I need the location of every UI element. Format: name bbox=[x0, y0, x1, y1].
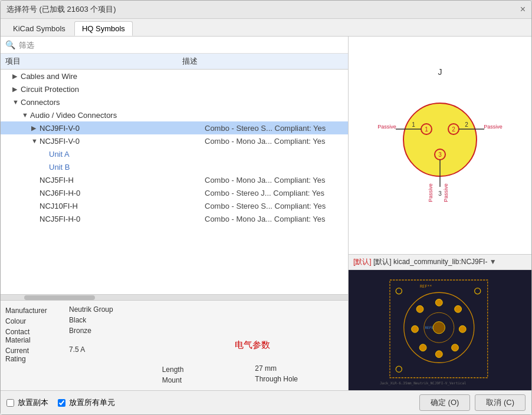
tree-row-unit[interactable]: Unit A bbox=[1, 147, 348, 160]
row-name: Circuit Protection bbox=[21, 85, 186, 94]
checkbox-area: 放置副本 放置所有单元 bbox=[6, 397, 115, 408]
symbol-preview: J 1 2 3 bbox=[349, 37, 531, 255]
row-desc: Combo - Mono Ja... Compliant: Yes bbox=[205, 137, 343, 146]
title-bar: 选择符号 (已加载 21603 个项目) × bbox=[1, 1, 531, 19]
dialog-title: 选择符号 (已加载 21603 个项目) bbox=[6, 4, 116, 15]
expand-icon: ▼ bbox=[12, 98, 21, 106]
prop-current-label: Current Rating bbox=[5, 345, 64, 363]
right-panel: J 1 2 3 bbox=[349, 37, 531, 390]
tree-row[interactable]: ▶ Circuit Protection bbox=[1, 83, 348, 95]
expand-icon: ▼ bbox=[22, 111, 30, 118]
svg-text:1: 1 bbox=[425, 126, 428, 133]
svg-text:2: 2 bbox=[452, 126, 455, 133]
tree-row[interactable]: NCJ5FI-H-0 Combo - Mono Ja... Compliant:… bbox=[1, 212, 348, 225]
tree-row[interactable]: NCJ5FI-H Combo - Mono Ja... Compliant: Y… bbox=[1, 173, 348, 186]
svg-text:Passive: Passive bbox=[484, 124, 503, 130]
content-area: 🔍 项目 描述 ▶ Cables and Wire ▶ Circuit bbox=[1, 37, 531, 390]
tree-row[interactable]: ▼ Audio / Video Connectors bbox=[1, 108, 348, 121]
svg-text:3: 3 bbox=[438, 190, 442, 197]
row-name: NCJ5FI-H bbox=[40, 176, 205, 185]
expand-icon: ▶ bbox=[31, 124, 40, 132]
row-name: Connectors bbox=[21, 98, 186, 107]
svg-text:Passive: Passive bbox=[377, 124, 396, 130]
checkbox-all-units-input[interactable] bbox=[58, 399, 65, 407]
close-button[interactable]: × bbox=[520, 5, 526, 14]
row-name: Unit B bbox=[49, 163, 214, 172]
ok-button[interactable]: 确定 (O) bbox=[419, 394, 470, 411]
row-desc: Combo - Stereo S... Compliant: Yes bbox=[205, 202, 343, 210]
footprint-label: [默认] [默认] kicad_community_lib:NCJ9FI- ▼ bbox=[349, 255, 531, 270]
tree-row[interactable]: ▼ NCJ5FI-V-0 Combo - Mono Ja... Complian… bbox=[1, 134, 348, 147]
checkbox-all-units-label: 放置所有单元 bbox=[69, 397, 115, 408]
svg-point-31 bbox=[452, 344, 459, 351]
left-panel: 🔍 项目 描述 ▶ Cables and Wire ▶ Circuit bbox=[1, 37, 349, 390]
table-header: 项目 描述 bbox=[1, 54, 348, 70]
prop-mount-label: Mount bbox=[162, 375, 251, 384]
footprint-preview: REF** REFERENCE bbox=[349, 270, 531, 390]
svg-point-35 bbox=[433, 322, 445, 334]
checkbox-place-all-units[interactable]: 放置所有单元 bbox=[58, 397, 115, 408]
svg-point-27 bbox=[416, 305, 423, 312]
row-name: Unit A bbox=[49, 150, 214, 159]
tab-kicad-symbols[interactable]: KiCad Symbols bbox=[5, 21, 73, 36]
svg-text:J: J bbox=[438, 67, 442, 77]
svg-point-32 bbox=[435, 351, 442, 358]
svg-text:Passive: Passive bbox=[443, 183, 449, 202]
col-item-header: 项目 bbox=[5, 56, 182, 67]
search-bar: 🔍 bbox=[1, 37, 348, 54]
row-desc: Combo - Stereo J... Compliant: Yes bbox=[205, 189, 343, 197]
col-desc-header: 描述 bbox=[182, 56, 343, 67]
tabs-bar: KiCad Symbols HQ Symbols bbox=[1, 19, 531, 37]
properties-area: Manufacturer Neutrik Group Colour Black … bbox=[1, 300, 348, 390]
row-name: Audio / Video Connectors bbox=[30, 111, 195, 120]
cancel-button[interactable]: 取消 (C) bbox=[475, 394, 526, 411]
tree-row[interactable]: NCJ10FI-H Combo - Stereo S... Compliant:… bbox=[1, 199, 348, 212]
svg-point-28 bbox=[435, 299, 442, 306]
prop-mount-value: Through Hole bbox=[255, 375, 343, 383]
row-name: NCJ5FI-H-0 bbox=[40, 215, 205, 223]
svg-text:REF**: REF** bbox=[420, 284, 432, 289]
svg-text:3: 3 bbox=[438, 151, 442, 158]
row-desc: Combo - Mono Ja... Compliant: Yes bbox=[205, 215, 343, 223]
prop-contact-value: Bronze bbox=[69, 327, 157, 335]
tree-row[interactable]: ▼ Connectors bbox=[1, 95, 348, 108]
row-desc: Combo - Stereo S... Compliant: Yes bbox=[205, 124, 343, 133]
search-input[interactable] bbox=[19, 41, 343, 50]
tab-hq-symbols[interactable]: HQ Symbols bbox=[74, 21, 133, 36]
row-name: NCJ9FI-V-0 bbox=[40, 124, 205, 133]
checkbox-place-copy[interactable]: 放置副本 bbox=[6, 397, 48, 408]
row-desc: Combo - Mono Ja... Compliant: Yes bbox=[205, 176, 343, 185]
svg-point-33 bbox=[419, 344, 426, 351]
dialog: 选择符号 (已加载 21603 个项目) × KiCad Symbols HQ … bbox=[0, 0, 532, 415]
svg-point-30 bbox=[459, 325, 466, 332]
svg-text:Jack_XLR-6.35mm_Neutrik_NCJ9FI: Jack_XLR-6.35mm_Neutrik_NCJ9FI-V_Vertica… bbox=[380, 381, 467, 386]
row-name: NCJ6FI-H-0 bbox=[40, 189, 205, 197]
elec-params-label: 电气参数 bbox=[162, 327, 343, 363]
tree-row-unit[interactable]: Unit B bbox=[1, 160, 348, 173]
prop-current-value: 7.5 A bbox=[69, 345, 157, 354]
checkbox-copy-input[interactable] bbox=[6, 399, 14, 407]
footprint-label-text: [默认] [默认] kicad_community_lib:NCJ9FI- bbox=[353, 258, 490, 266]
horizontal-scrollbar[interactable] bbox=[1, 294, 348, 300]
prop-length-label: Length bbox=[162, 364, 251, 374]
svg-text:1: 1 bbox=[412, 121, 415, 128]
row-name: Cables and Wire bbox=[21, 72, 186, 81]
expand-icon: ▶ bbox=[12, 85, 21, 93]
row-name: NCJ5FI-V-0 bbox=[40, 137, 205, 146]
prop-contact-label: Contact Material bbox=[5, 327, 64, 344]
tree-row[interactable]: NCJ6FI-H-0 Combo - Stereo J... Compliant… bbox=[1, 186, 348, 199]
tree-row[interactable]: ▶ Cables and Wire bbox=[1, 70, 348, 83]
checkbox-copy-label: 放置副本 bbox=[18, 397, 48, 408]
tree-area[interactable]: ▶ Cables and Wire ▶ Circuit Protection ▼… bbox=[1, 70, 348, 294]
svg-point-29 bbox=[455, 305, 462, 312]
scrollbar-thumb[interactable] bbox=[24, 295, 95, 300]
prop-manufacturer-value: Neutrik Group bbox=[69, 305, 157, 314]
search-icon: 🔍 bbox=[5, 40, 15, 50]
footprint-svg: REF** REFERENCE bbox=[349, 270, 531, 390]
prop-manufacturer-label: Manufacturer bbox=[5, 305, 64, 315]
svg-text:2: 2 bbox=[465, 121, 468, 128]
symbol-svg: J 1 2 3 bbox=[369, 63, 511, 228]
svg-point-34 bbox=[412, 325, 419, 332]
svg-text:Passive: Passive bbox=[428, 183, 434, 202]
tree-row-selected[interactable]: ▶ NCJ9FI-V-0 Combo - Stereo S... Complia… bbox=[1, 121, 348, 134]
